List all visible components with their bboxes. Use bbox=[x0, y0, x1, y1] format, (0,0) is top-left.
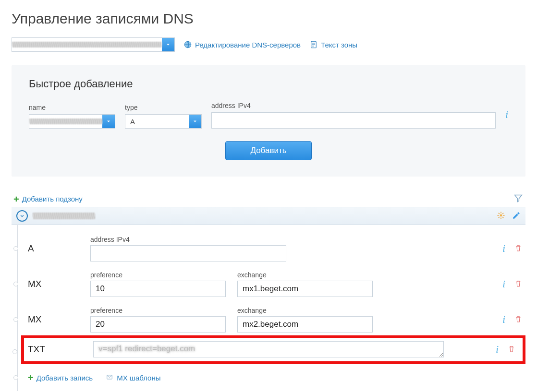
delete-icon[interactable] bbox=[514, 279, 523, 290]
info-icon[interactable]: i bbox=[496, 343, 499, 356]
field-label: exchange bbox=[237, 271, 373, 279]
svg-line-8 bbox=[502, 217, 503, 218]
topbar: Редактирование DNS-серверов Текст зоны bbox=[12, 37, 525, 52]
collapse-toggle[interactable] bbox=[16, 210, 28, 222]
address-input[interactable] bbox=[211, 112, 496, 129]
domain-select[interactable] bbox=[12, 37, 175, 52]
record-value-input[interactable] bbox=[90, 316, 226, 333]
quick-add-title: Быстрое добавление bbox=[29, 78, 508, 90]
quick-add-panel: Быстрое добавление name type A address I… bbox=[12, 65, 525, 177]
add-record-link[interactable]: +Добавить запись bbox=[28, 373, 93, 382]
svg-line-9 bbox=[499, 217, 500, 218]
record-row: MXpreferenceexchangei bbox=[25, 300, 525, 335]
info-icon[interactable]: i bbox=[502, 313, 505, 326]
field-label: preference bbox=[90, 307, 226, 314]
record-row: Aaddress IPv4i bbox=[25, 229, 525, 264]
delete-icon[interactable] bbox=[507, 344, 516, 355]
plus-icon: + bbox=[28, 373, 34, 382]
type-select[interactable]: A bbox=[125, 114, 202, 129]
document-icon bbox=[309, 40, 318, 49]
record-type: MX bbox=[25, 279, 83, 289]
info-icon[interactable]: i bbox=[502, 242, 505, 255]
add-subzone-link[interactable]: + Добавить подзону bbox=[13, 194, 83, 204]
chevron-down-icon[interactable] bbox=[102, 115, 115, 128]
name-select-value bbox=[29, 118, 102, 125]
type-select-value: A bbox=[125, 118, 189, 126]
filter-icon[interactable] bbox=[513, 193, 524, 205]
globe-icon bbox=[183, 40, 192, 49]
field-label: address IPv4 bbox=[90, 236, 286, 243]
record-value-input[interactable] bbox=[237, 316, 373, 333]
type-label: type bbox=[125, 104, 202, 111]
plus-icon: + bbox=[13, 194, 19, 204]
delete-icon[interactable] bbox=[514, 243, 523, 254]
link-label: Редактирование DNS-серверов bbox=[195, 41, 301, 49]
delete-icon[interactable] bbox=[514, 314, 523, 325]
record-value-input[interactable] bbox=[90, 281, 226, 297]
envelope-icon bbox=[105, 374, 114, 382]
svg-point-2 bbox=[500, 214, 502, 216]
link-label: MX шаблоны bbox=[117, 374, 160, 382]
zone-header bbox=[12, 207, 525, 225]
record-row: TXTi bbox=[21, 335, 525, 364]
address-label: address IPv4 bbox=[211, 102, 496, 109]
record-value-input[interactable] bbox=[237, 281, 373, 297]
zone-name bbox=[33, 212, 95, 220]
record-type: TXT bbox=[28, 344, 85, 355]
gear-icon[interactable] bbox=[497, 211, 505, 221]
records-list: Aaddress IPv4iMXpreferenceexchangeiMXpre… bbox=[12, 225, 525, 391]
info-icon[interactable]: i bbox=[502, 278, 505, 290]
field-label: exchange bbox=[237, 307, 373, 314]
add-button[interactable]: Добавить bbox=[225, 141, 312, 160]
name-label: name bbox=[29, 104, 115, 111]
page-title: Управление записями DNS bbox=[12, 11, 525, 27]
record-value-input[interactable] bbox=[93, 341, 444, 357]
link-label: Текст зоны bbox=[321, 41, 357, 49]
record-type: A bbox=[25, 243, 83, 254]
edit-dns-servers-link[interactable]: Редактирование DNS-серверов bbox=[183, 40, 301, 49]
info-icon[interactable]: i bbox=[505, 108, 508, 120]
chevron-down-icon[interactable] bbox=[189, 115, 201, 128]
zone-text-link[interactable]: Текст зоны bbox=[309, 40, 357, 49]
link-label: Добавить запись bbox=[37, 374, 93, 382]
chevron-down-icon[interactable] bbox=[162, 38, 174, 51]
field-label: preference bbox=[90, 271, 226, 279]
link-label: Добавить подзону bbox=[22, 195, 83, 203]
record-row: MXpreferenceexchangei bbox=[25, 264, 525, 300]
name-select[interactable] bbox=[29, 114, 115, 129]
mx-templates-link[interactable]: MX шаблоны bbox=[105, 373, 160, 382]
svg-line-7 bbox=[499, 213, 500, 214]
domain-select-value bbox=[12, 41, 162, 48]
svg-line-10 bbox=[502, 213, 503, 214]
edit-icon[interactable] bbox=[512, 211, 521, 221]
record-value-input[interactable] bbox=[90, 245, 286, 261]
svg-rect-11 bbox=[107, 375, 112, 379]
record-type: MX bbox=[25, 314, 83, 325]
